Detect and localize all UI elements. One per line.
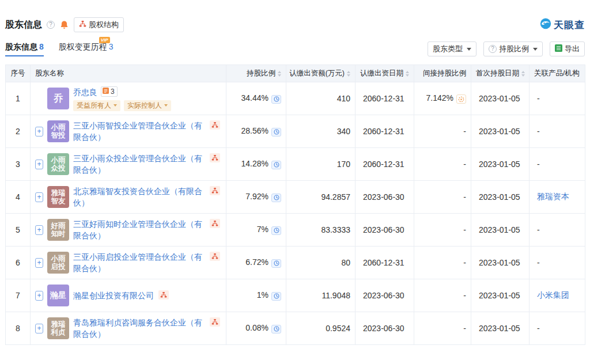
related-product[interactable]: 雅瑞资本 — [537, 192, 569, 201]
org-chart-icon[interactable] — [158, 290, 169, 299]
column-header[interactable]: 认缴出资额(万元) — [286, 65, 355, 82]
related-product: - — [537, 225, 540, 234]
cell-amount: 340 — [286, 115, 355, 148]
amount-value: 410 — [337, 94, 350, 103]
cell-amount: 170 — [286, 148, 355, 181]
column-header[interactable]: 股东名称 — [31, 65, 226, 82]
org-chart-icon[interactable] — [210, 186, 220, 195]
org-chart-icon[interactable] — [210, 219, 220, 228]
logo-text: 天眼查 — [554, 18, 585, 32]
column-label: 间接持股比例 — [423, 69, 466, 78]
cell-amount: 83.3333 — [286, 214, 355, 247]
amount-date-value: 2023-06-30 — [363, 192, 404, 202]
expand-button[interactable]: + — [35, 160, 43, 169]
column-header[interactable]: 持股比例 — [226, 65, 286, 82]
help-icon[interactable]: ? — [47, 21, 55, 29]
expand-button[interactable]: + — [35, 225, 43, 235]
sort-icon[interactable] — [347, 71, 350, 77]
ratio-history-icon[interactable] — [271, 194, 281, 202]
tianyancha-logo[interactable]: 天眼查 — [540, 18, 585, 32]
cell-amount-date: 2023-06-30 — [355, 279, 414, 312]
org-chart-icon[interactable] — [210, 153, 220, 162]
ratio-history-icon[interactable] — [271, 292, 281, 301]
cell-ratio: 6.72% — [226, 247, 286, 279]
indirect-ratio-icon[interactable] — [456, 94, 466, 104]
org-chart-icon[interactable] — [210, 120, 220, 130]
ratio-value: 6.72% — [245, 257, 268, 267]
row-index: 7 — [16, 291, 20, 300]
cell-amount-date: 2060-12-31 — [355, 82, 414, 115]
row-index: 2 — [16, 127, 20, 136]
shareholder-tag[interactable]: 受益所有人 — [73, 100, 120, 111]
sort-icon[interactable] — [406, 71, 409, 77]
ratio-value: 7% — [257, 225, 268, 234]
table-row: 8 + 雅瑞利贞 青岛雅瑞利贞咨询服务合伙企业（有限合伙） 0. — [6, 312, 585, 345]
expand-button[interactable]: + — [35, 192, 43, 202]
ratio-filter[interactable]: ? 持股比例 — [483, 41, 543, 56]
expand-button[interactable]: + — [35, 258, 43, 268]
ratio-history-icon[interactable] — [271, 259, 281, 268]
shareholder-name-link[interactable]: 青岛雅瑞利贞咨询服务合伙企业（有限合伙） — [73, 317, 205, 340]
expand-button[interactable]: + — [35, 127, 43, 136]
toolbar: 股东类型 ? 持股比例 导出 — [428, 41, 585, 56]
equity-structure-button[interactable]: 股权结构 — [74, 17, 124, 32]
position-count-badge[interactable]: 3 — [101, 86, 118, 97]
avatar: 小雨启投 — [47, 252, 69, 274]
column-header[interactable]: 关联产品/机构 — [530, 65, 585, 82]
avatar-text: 小雨智投 — [50, 123, 67, 139]
help-icon: ? — [489, 45, 497, 53]
shareholder-name-link[interactable]: 瀚星创业投资有限公司 — [73, 290, 154, 301]
tab-shareholder-info[interactable]: 股东信息8 — [5, 42, 44, 56]
column-header[interactable]: 序号 — [6, 65, 31, 82]
related-product[interactable]: 小米集团 — [537, 290, 569, 299]
related-product: - — [537, 160, 540, 169]
cell-related: - — [530, 148, 585, 181]
sort-icon[interactable] — [278, 71, 281, 77]
ratio-history-icon[interactable] — [271, 161, 281, 169]
bell-icon[interactable] — [59, 20, 69, 30]
cell-amount-date: 2060-12-31 — [355, 115, 414, 148]
ratio-history-icon[interactable] — [271, 95, 281, 104]
shareholder-name-link[interactable]: 三亚小雨启投企业管理合伙企业（有限合伙） — [73, 251, 205, 274]
ratio-history-icon[interactable] — [271, 226, 281, 235]
cell-shareholder: + 雅瑞利贞 青岛雅瑞利贞咨询服务合伙企业（有限合伙） — [31, 312, 226, 345]
avatar: 瀚星 — [47, 285, 69, 306]
cell-shareholder: + 好雨知时 三亚好雨知时企业管理合伙企业（有限合伙） — [31, 214, 226, 247]
avatar: 小雨众投 — [47, 153, 69, 175]
shareholder-name-link[interactable]: 三亚小雨众投企业管理合伙企业（有限合伙） — [73, 153, 205, 176]
column-label: 序号 — [11, 69, 25, 78]
shareholder-name-link[interactable]: 三亚好雨知时企业管理合伙企业（有限合伙） — [73, 218, 205, 241]
cell-ratio: 0.08% — [226, 312, 286, 345]
tab-equity-change-history[interactable]: VIP 股权变更历程3 — [59, 42, 114, 56]
first-date-value: 2023-01-05 — [479, 291, 520, 300]
tab-label: 股权变更历程 — [59, 42, 107, 51]
ratio-history-icon[interactable] — [271, 325, 281, 333]
cell-indirect-ratio: - — [414, 115, 471, 148]
column-header[interactable]: 首次持股日期 — [471, 65, 530, 82]
expand-button[interactable]: + — [35, 291, 43, 301]
shareholder-name-link[interactable]: 北京雅瑞智友投资合伙企业（有限合伙） — [73, 185, 205, 208]
shareholder-type-filter[interactable]: 股东类型 — [428, 41, 476, 56]
row-index: 3 — [16, 160, 20, 169]
shareholder-name-link[interactable]: 乔忠良 — [73, 86, 97, 98]
export-button[interactable]: 导出 — [550, 41, 585, 56]
cell-amount-date: 2023-06-30 — [355, 214, 414, 247]
org-chart-icon[interactable] — [210, 317, 220, 327]
ratio-history-icon[interactable] — [271, 128, 281, 136]
avatar-text: 小雨众投 — [50, 156, 67, 172]
cell-ratio: 7% — [226, 214, 286, 247]
sort-icon[interactable] — [521, 71, 525, 77]
first-date-value: 2023-01-05 — [479, 94, 520, 103]
org-chart-icon[interactable] — [210, 252, 220, 261]
expand-button[interactable]: + — [35, 324, 43, 333]
shareholder-table: 序号 股东名称 持股比例 认缴出资额(万元) 认缴出资日期 间接持股比例 首次持… — [5, 65, 585, 345]
column-header[interactable]: 认缴出资日期 — [355, 65, 414, 82]
shareholder-tag[interactable]: 实际控制人 — [124, 100, 171, 111]
column-header[interactable]: 间接持股比例 — [414, 65, 471, 82]
section-header: 股东信息 ? 股权结构 天眼查 — [5, 17, 585, 32]
shareholder-name-link[interactable]: 三亚小雨智投企业管理合伙企业（有限合伙） — [73, 120, 205, 143]
cell-related: - — [530, 82, 585, 115]
column-label: 认缴出资额(万元) — [289, 69, 345, 78]
cell-shareholder: + 瀚星 瀚星创业投资有限公司 — [31, 279, 226, 312]
cell-shareholder: + 乔 乔忠良 3 受益所有人实际控制人 — [31, 82, 226, 115]
